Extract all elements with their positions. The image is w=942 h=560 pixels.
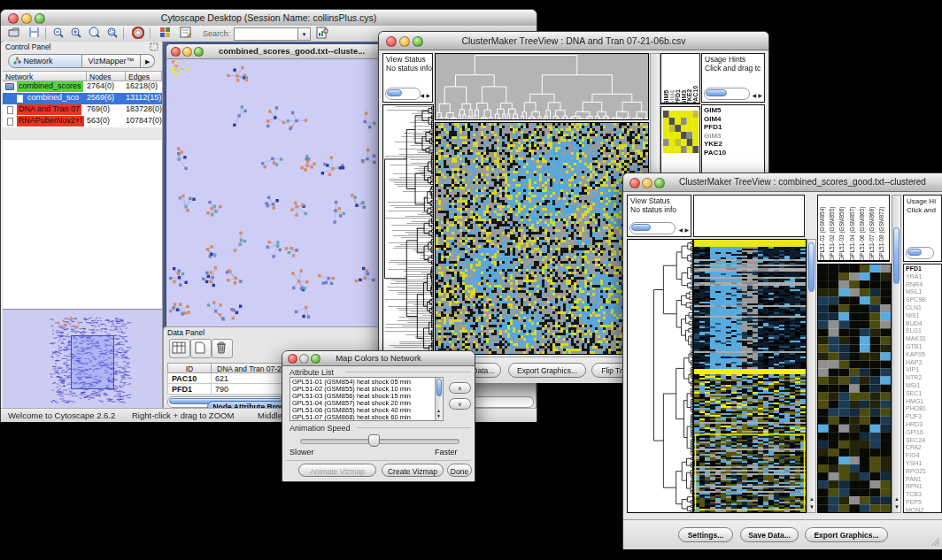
tv2-gene-label[interactable]: GTB1 (904, 343, 941, 351)
tv2-gene-label[interactable]: GPI16 (904, 429, 941, 437)
resize-grip-icon[interactable] (930, 536, 940, 547)
network-stats-button[interactable] (314, 27, 330, 41)
scroll-down-icon[interactable]: ▼ (809, 504, 815, 510)
network-table-row[interactable]: combined_scores2764(0)16218(0) (3, 81, 162, 93)
tv2-gene-label[interactable]: RPO21 (904, 468, 941, 476)
network-table-row[interactable]: DNA and Tran 07769(0)183728(0) (3, 104, 162, 116)
tv2-gene-label[interactable]: VIP1 (904, 366, 941, 374)
close-button[interactable] (629, 178, 640, 188)
zoom-selected-button[interactable] (104, 27, 120, 41)
tv2-gene-label[interactable]: YSH1 (904, 460, 941, 468)
tv1-row-label[interactable]: GIM4 (702, 115, 764, 124)
tv1-row-label[interactable]: YKE2 (702, 140, 764, 149)
tv2-button-export-graphics[interactable]: Export Graphics... (805, 527, 888, 542)
attribute-list-item[interactable]: GPL51-07 (GSM868) heat shock 60 min (290, 414, 443, 421)
scroll-right-icon[interactable]: ▶ (426, 93, 430, 98)
tv2-column-label[interactable]: GPL51-04 (GSM857) (849, 196, 859, 261)
tv1-row-label[interactable]: PFD1 (702, 123, 764, 132)
tv2-column-label[interactable]: GPL51-02 (GSM855) (829, 196, 838, 261)
main-titlebar[interactable]: Cytoscape Desktop (Session Name: collins… (1, 10, 537, 27)
tab-overflow-arrow[interactable]: ▶ (141, 54, 155, 68)
scroll-up-icon[interactable]: ▲ (894, 496, 900, 502)
attribute-table-button[interactable] (169, 339, 190, 358)
tv2-gene-label[interactable]: MSI1 (904, 382, 941, 390)
network-table-row[interactable]: RNAPuberNov2+!563(0)107847(0) (3, 116, 162, 127)
tv1-column-label[interactable]: PFD1 (675, 65, 681, 104)
tv1-column-label[interactable]: PAC10 (692, 65, 699, 104)
attribute-list-thumb[interactable] (436, 379, 442, 396)
tv1-column-label[interactable]: GIM5 (663, 65, 669, 104)
tv2-zoom-vscrollbar[interactable]: ▲ ▼ (892, 195, 901, 513)
tv2-heatmap-vscrollbar-thumb[interactable] (808, 242, 815, 292)
tv2-global-heatmap[interactable] (693, 239, 807, 513)
tv2-gene-label[interactable]: MAK31 (904, 335, 941, 343)
network-canvas[interactable] (167, 59, 384, 330)
tv2-gene-label[interactable]: CPA2 (904, 444, 941, 452)
tv1-selected-cluster-matrix[interactable] (663, 111, 699, 153)
attribute-listbox[interactable]: GPL51-01 (GSM854) heat shock 05 minGPL51… (290, 377, 444, 421)
tv2-gene-label[interactable]: MON2 (904, 507, 941, 513)
treeview1-titlebar[interactable]: ClusterMaker TreeView : DNA and Tran 07-… (379, 32, 768, 50)
tv2-row-dendrogram[interactable] (627, 239, 693, 513)
tv2-gene-label[interactable]: PEP5 (904, 499, 941, 507)
col-header-nodes[interactable]: Nodes (87, 71, 126, 81)
tv2-zoom-vscrollbar-thumb[interactable] (893, 227, 900, 284)
dialog-titlebar[interactable]: Map Colors to Network (282, 351, 475, 366)
tv1-global-heatmap[interactable] (435, 122, 649, 355)
search-input[interactable] (234, 27, 301, 41)
done-button[interactable]: Done (447, 464, 472, 477)
vizmapper-button[interactable] (157, 27, 173, 41)
tv2-gene-label[interactable]: PAN1 (904, 476, 941, 484)
network-table-row[interactable]: combined_sco2569(6)13112(15) (3, 93, 162, 104)
tv2-gene-label[interactable]: TCB3 (904, 491, 941, 499)
tv2-gene-label[interactable]: HMG1 (904, 398, 941, 406)
tv1-hints-hscroll[interactable] (704, 88, 750, 100)
annotation-button[interactable] (178, 27, 194, 41)
scroll-right-icon[interactable]: ▶ (684, 227, 689, 233)
search-dropdown-button[interactable]: ▾ (297, 27, 311, 41)
animation-speed-slider[interactable] (300, 439, 459, 444)
close-button[interactable] (171, 47, 181, 57)
treeview2-titlebar[interactable]: ClusterMaker TreeView : combined_scores_… (623, 173, 942, 192)
move-down-button[interactable]: ∨ (449, 398, 471, 410)
tv1-status-hscroll[interactable] (385, 88, 421, 100)
float-panel-icon[interactable] (150, 42, 158, 53)
tv2-gene-label[interactable]: PHO81 (904, 405, 941, 413)
tv2-column-label[interactable]: GPL51-07 (GSM868) (869, 196, 878, 261)
tv2-column-label[interactable]: GPL51-06 (GSM865) (859, 196, 869, 261)
tv2-button-settings[interactable]: Settings... (678, 527, 733, 542)
col-header-edges[interactable]: Edges (126, 71, 162, 81)
tv2-heatmap-vscrollbar[interactable]: ▲ ▼ (807, 239, 816, 513)
tv2-gene-label[interactable]: PFD1 (904, 265, 941, 273)
tv2-gene-label[interactable]: CLN1 (904, 304, 941, 312)
scroll-up-icon[interactable]: ▲ (809, 496, 815, 502)
tv2-status-hscroll[interactable] (629, 222, 676, 234)
birdseye-canvas[interactable] (4, 311, 161, 408)
tv2-gene-label[interactable]: PUF3 (904, 413, 941, 421)
zoom-fit-button[interactable] (86, 27, 102, 41)
tv2-gene-label[interactable]: FIG4 (904, 452, 941, 460)
tv1-row-label[interactable]: GIM3 (702, 132, 764, 141)
scroll-left-icon[interactable]: ◀ (420, 93, 424, 98)
tab-network[interactable]: Network (8, 54, 82, 68)
tv2-button-save-data[interactable]: Save Data... (740, 527, 799, 542)
tv2-gene-label[interactable]: BUD4 (904, 320, 941, 328)
tv2-gene-label[interactable]: HRD3 (904, 421, 941, 429)
tv2-gene-label[interactable]: NTR2 (904, 374, 941, 382)
zoom-in-button[interactable] (68, 27, 84, 41)
tv1-column-label[interactable]: YKE2 (686, 65, 692, 104)
col-header-network[interactable]: Network (3, 71, 87, 81)
tv2-hints-hscroll[interactable] (906, 247, 934, 259)
new-attribute-button[interactable] (190, 339, 212, 358)
tv2-gene-label[interactable]: ELG1 (904, 327, 941, 335)
attribute-list-vscrollbar[interactable]: ▲ ▼ (435, 378, 443, 420)
save-session-button[interactable] (26, 27, 42, 41)
tv2-column-label[interactable]: GPL51-08 (GSM872) (878, 196, 888, 261)
tv2-gene-label[interactable]: SEC24 (904, 437, 941, 445)
tv2-gene-label[interactable]: YRA1 (904, 273, 941, 281)
delete-attribute-button[interactable] (212, 339, 233, 358)
network-window-titlebar[interactable]: combined_scores_good.txt--cluste... (166, 44, 387, 59)
tv2-column-label[interactable]: GPL51-03 (GSM856) (838, 196, 848, 261)
tv2-gene-label[interactable]: RNR4 (904, 281, 941, 289)
data-col-id[interactable]: ID (167, 363, 212, 373)
